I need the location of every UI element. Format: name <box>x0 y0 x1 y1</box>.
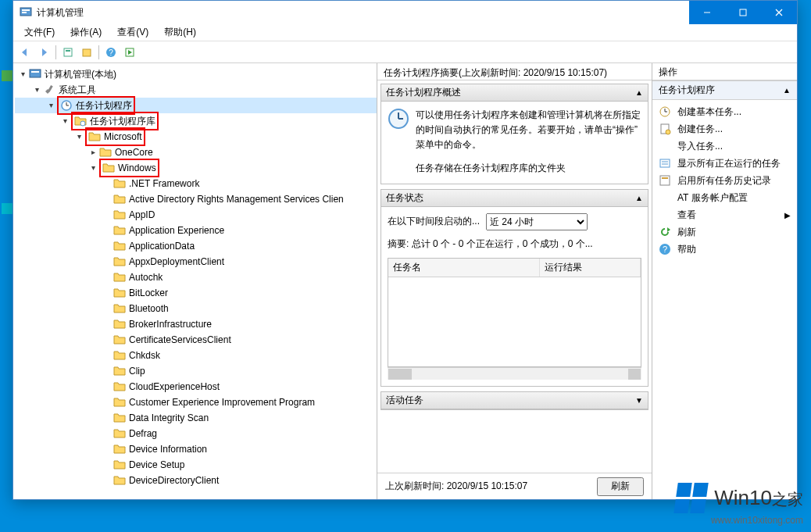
expand-toggle[interactable] <box>74 132 84 141</box>
collapse-icon[interactable]: ▲ <box>783 86 791 95</box>
expand-toggle <box>102 351 112 360</box>
folder-icon <box>113 318 126 330</box>
tree-item[interactable]: Defrag <box>15 426 377 441</box>
properties-button[interactable] <box>59 44 77 61</box>
action-help[interactable]: ?帮助 <box>652 241 797 258</box>
close-button[interactable] <box>761 1 797 24</box>
overview-text2: 任务存储在任务计划程序库的文件夹 <box>416 161 641 176</box>
expand-toggle <box>102 304 112 313</box>
svg-rect-10 <box>66 50 70 52</box>
tree-pane[interactable]: 计算机管理(本地)系统工具任务计划程序任务计划程序库MicrosoftOneCo… <box>13 63 377 499</box>
refresh-button[interactable]: 刷新 <box>597 477 644 496</box>
collapse-icon[interactable]: ▼ <box>635 396 643 405</box>
svg-rect-9 <box>64 48 72 56</box>
expand-toggle[interactable] <box>88 148 98 157</box>
last-refresh-label: 上次刷新时间: 2020/9/15 10:15:07 <box>385 480 527 493</box>
help-button[interactable]: ? <box>102 44 120 61</box>
action-view[interactable]: 查看▶ <box>652 206 797 223</box>
menu-help[interactable]: 帮助(H) <box>156 24 204 41</box>
tree-item[interactable]: BitLocker <box>15 285 377 301</box>
action-show-running[interactable]: 显示所有正在运行的任务 <box>652 155 797 172</box>
run-button[interactable] <box>121 44 138 61</box>
action-create-basic-task[interactable]: 创建基本任务... <box>652 103 797 120</box>
action-enable-history[interactable]: 启用所有任务历史记录 <box>652 172 797 189</box>
action-import-task[interactable]: 导入任务... <box>652 137 797 155</box>
actions-section-title: 任务计划程序 <box>659 84 715 97</box>
tree-microsoft[interactable]: Microsoft <box>15 129 377 145</box>
tree-item[interactable]: CertificateServicesClient <box>15 332 377 348</box>
action-at-account[interactable]: AT 服务帐户配置 <box>652 189 797 206</box>
menu-file[interactable]: 文件(F) <box>16 24 63 41</box>
desktop-shortcut <box>2 203 13 214</box>
tree-item[interactable]: Chkdsk <box>15 348 377 363</box>
tree-item[interactable]: Device Information <box>15 441 377 457</box>
expand-toggle[interactable] <box>60 116 70 126</box>
tree-item[interactable]: AppxDeploymentClient <box>15 254 377 270</box>
tree-item[interactable]: Bluetooth <box>15 301 377 316</box>
tree-windows[interactable]: Windows <box>15 160 377 176</box>
window-title: 计算机管理 <box>37 6 689 20</box>
folder-icon <box>113 474 126 487</box>
tree-item[interactable]: Clip <box>15 363 377 379</box>
svg-marker-36 <box>667 227 670 232</box>
tree-root[interactable]: 计算机管理(本地) <box>15 66 377 82</box>
folder-icon <box>113 380 126 393</box>
horizontal-scrollbar[interactable] <box>388 367 641 380</box>
expand-toggle[interactable] <box>88 163 98 173</box>
tree-item-label: Microsoft <box>104 129 142 145</box>
folder-icon <box>113 443 126 455</box>
col-task-result[interactable]: 运行结果 <box>540 259 641 277</box>
svg-marker-8 <box>42 48 47 56</box>
tree-item[interactable]: Application Experience <box>15 223 377 238</box>
folder-icon <box>102 162 115 174</box>
folder-icon <box>113 240 126 252</box>
tree-task-scheduler-lib[interactable]: 任务计划程序库 <box>15 113 377 129</box>
menu-action[interactable]: 操作(A) <box>63 24 109 41</box>
tree-item[interactable]: Active Directory Rights Management Servi… <box>15 191 377 207</box>
actions-pane: 操作 任务计划程序▲ 创建基本任务... 创建任务... 导入任务... 显示所… <box>652 63 797 499</box>
export-button[interactable] <box>78 44 95 61</box>
back-button[interactable] <box>16 44 34 61</box>
tree-item-label: Data Integrity Scan <box>129 410 209 426</box>
expand-toggle <box>102 288 112 298</box>
tree-item[interactable]: DeviceDirectoryClient <box>15 473 377 488</box>
tree-system-tools[interactable]: 系统工具 <box>15 82 377 98</box>
maximize-button[interactable] <box>725 1 761 24</box>
expand-toggle[interactable] <box>32 85 41 95</box>
svg-rect-17 <box>31 71 39 73</box>
tree-item-label: OneCore <box>115 145 153 160</box>
watermark-url: www.win10xitong.com <box>676 515 803 526</box>
tree-item-label: Clip <box>129 363 145 379</box>
folder-icon <box>113 302 126 315</box>
tree-item[interactable]: Device Setup <box>15 457 377 473</box>
col-task-name[interactable]: 任务名 <box>388 259 540 277</box>
tree-item[interactable]: ApplicationData <box>15 238 377 254</box>
tree-item[interactable]: .NET Framework <box>15 176 377 191</box>
svg-rect-34 <box>660 176 670 185</box>
collapse-icon[interactable]: ▲ <box>635 88 643 97</box>
tree-item[interactable]: Customer Experience Improvement Program <box>15 395 377 410</box>
tree-task-scheduler[interactable]: 任务计划程序 <box>15 98 377 113</box>
collapse-icon[interactable]: ▲ <box>635 194 643 202</box>
tree-item[interactable]: Data Integrity Scan <box>15 410 377 426</box>
folder-icon <box>113 349 126 362</box>
tree-item-label: AppID <box>129 207 155 223</box>
tree-item[interactable]: CloudExperienceHost <box>15 379 377 395</box>
tree-item[interactable]: AppID <box>15 207 377 223</box>
tree-item-label: 系统工具 <box>59 82 96 98</box>
status-period-select[interactable]: 近 24 小时 <box>486 213 588 230</box>
expand-toggle[interactable] <box>46 101 55 110</box>
expand-toggle <box>102 320 112 329</box>
tree-item[interactable]: BrokerInfrastructure <box>15 316 377 332</box>
expand-toggle <box>102 241 112 251</box>
expand-toggle[interactable] <box>18 70 27 79</box>
action-create-task[interactable]: 创建任务... <box>652 120 797 137</box>
tree-item[interactable]: Autochk <box>15 270 377 285</box>
minimize-button[interactable] <box>689 1 725 24</box>
menu-view[interactable]: 查看(V) <box>109 24 156 41</box>
action-refresh[interactable]: 刷新 <box>652 223 797 241</box>
tree-onecore[interactable]: OneCore <box>15 145 377 160</box>
forward-button[interactable] <box>35 44 52 61</box>
clock-icon <box>60 99 73 112</box>
watermark: Win10之家 www.win10xitong.com <box>676 483 803 526</box>
